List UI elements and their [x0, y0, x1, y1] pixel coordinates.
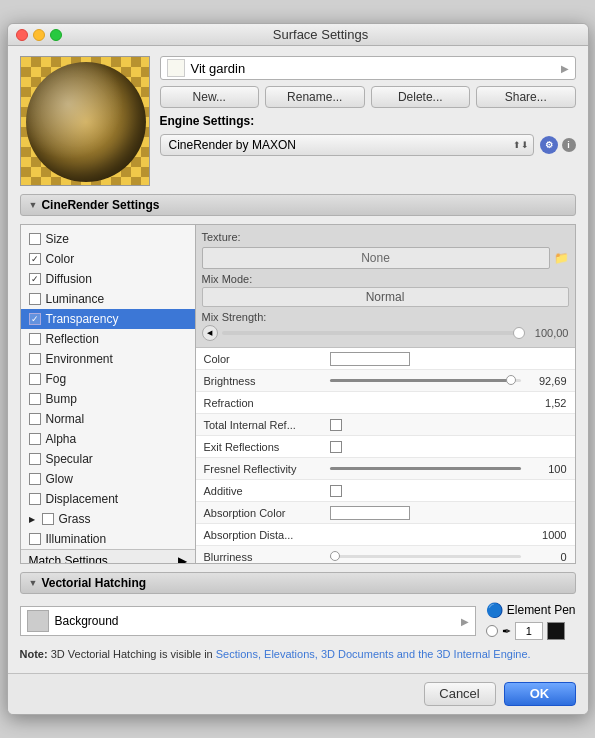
checkbox-additive[interactable] — [330, 485, 342, 497]
checkbox-environment[interactable] — [29, 353, 41, 365]
checkbox-reflection[interactable] — [29, 333, 41, 345]
list-item-illumination[interactable]: Illumination — [21, 529, 195, 549]
engine-select-arrows: ⬆⬇ — [513, 140, 529, 150]
checkbox-size[interactable] — [29, 233, 41, 245]
texture-none[interactable]: None — [202, 247, 550, 269]
hatching-background-selector[interactable]: Background ▶ — [20, 606, 476, 636]
prop-control-brightness — [330, 379, 521, 382]
pen-number-box[interactable]: 1 — [515, 622, 543, 640]
hatching-section-header[interactable]: ▼ Vectorial Hatching — [20, 572, 576, 594]
checkbox-bump[interactable] — [29, 393, 41, 405]
engine-select[interactable]: CineRender by MAXON ⬆⬇ — [160, 134, 534, 156]
list-item-displacement[interactable]: Displacement — [21, 489, 195, 509]
list-label-luminance: Luminance — [46, 292, 105, 306]
note-text: 3D Vectorial Hatching is visible in — [51, 648, 216, 660]
mix-strength-slider-circle[interactable]: ◀ — [202, 325, 218, 341]
list-item-size[interactable]: Size — [21, 229, 195, 249]
prop-slider-brightness[interactable] — [330, 379, 521, 382]
window-title: Surface Settings — [62, 27, 580, 42]
cancel-button[interactable]: Cancel — [424, 682, 496, 706]
material-name-arrow: ▶ — [561, 63, 569, 74]
list-item-grass[interactable]: ▶ Grass — [21, 509, 195, 529]
texture-folder-icon[interactable]: 📁 — [554, 251, 569, 265]
cinerender-section-header[interactable]: ▼ CineRender Settings — [20, 194, 576, 216]
checkbox-transparency[interactable] — [29, 313, 41, 325]
maximize-button[interactable] — [50, 29, 62, 41]
list-label-glow: Glow — [46, 472, 73, 486]
cinerender-section-label: CineRender Settings — [41, 198, 159, 212]
checkbox-exit-reflections[interactable] — [330, 441, 342, 453]
match-settings-row[interactable]: Match Settings... ▶ — [21, 549, 195, 563]
prop-row-blurriness: Blurriness 0 — [196, 546, 575, 563]
close-button[interactable] — [16, 29, 28, 41]
checkbox-glow[interactable] — [29, 473, 41, 485]
prop-name-refraction: Refraction — [200, 397, 330, 409]
checkbox-fog[interactable] — [29, 373, 41, 385]
prop-row-refraction: Refraction 1,52 — [196, 392, 575, 414]
engine-settings-icon[interactable]: ⚙ — [540, 136, 558, 154]
checkbox-displacement[interactable] — [29, 493, 41, 505]
delete-button[interactable]: Delete... — [371, 86, 471, 108]
hatching-section: Background ▶ 🔵 Element Pen ✒ 1 — [20, 602, 576, 663]
checkbox-total-internal[interactable] — [330, 419, 342, 431]
checkbox-specular[interactable] — [29, 453, 41, 465]
list-item-normal[interactable]: Normal — [21, 409, 195, 429]
hatching-panel: Background ▶ 🔵 Element Pen ✒ 1 — [20, 602, 576, 640]
list-item-specular[interactable]: Specular — [21, 449, 195, 469]
prop-absorption-color-swatch[interactable] — [330, 506, 410, 520]
properties-table: Color Brightness — [196, 348, 575, 563]
mix-strength-track[interactable] — [222, 331, 525, 335]
hatching-color-swatch[interactable] — [27, 610, 49, 632]
list-item-color[interactable]: Color — [21, 249, 195, 269]
ok-button[interactable]: OK — [504, 682, 576, 706]
list-item-environment[interactable]: Environment — [21, 349, 195, 369]
list-item-bump[interactable]: Bump — [21, 389, 195, 409]
prop-row-exit-reflections: Exit Reflections — [196, 436, 575, 458]
prop-row-absorption-color: Absorption Color — [196, 502, 575, 524]
engine-info-icon[interactable]: i — [562, 138, 576, 152]
pen-color-swatch[interactable] — [547, 622, 565, 640]
list-item-reflection[interactable]: Reflection — [21, 329, 195, 349]
element-pen-radio[interactable]: 🔵 — [486, 602, 503, 618]
share-button[interactable]: Share... — [476, 86, 576, 108]
prop-row-absorption-dist: Absorption Dista... 1000 — [196, 524, 575, 546]
checkbox-illumination[interactable] — [29, 533, 41, 545]
list-item-transparency[interactable]: Transparency — [21, 309, 195, 329]
minimize-button[interactable] — [33, 29, 45, 41]
list-item-diffusion[interactable]: Diffusion — [21, 269, 195, 289]
checkbox-diffusion[interactable] — [29, 273, 41, 285]
mix-strength-thumb[interactable] — [513, 327, 525, 339]
prop-slider-fresnel[interactable] — [330, 467, 521, 470]
note-link[interactable]: Sections, Elevations, 3D Documents and t… — [216, 648, 531, 660]
properties-list[interactable]: Size Color Diffusion Luminance — [21, 225, 196, 563]
list-label-alpha: Alpha — [46, 432, 77, 446]
prop-slider-thumb-brightness[interactable] — [506, 375, 516, 385]
prop-control-absorption-color — [330, 506, 571, 520]
pen-radio-empty[interactable] — [486, 625, 498, 637]
checkbox-grass[interactable] — [42, 513, 54, 525]
checkbox-luminance[interactable] — [29, 293, 41, 305]
list-item-fog[interactable]: Fog — [21, 369, 195, 389]
prop-color-swatch[interactable] — [330, 352, 410, 366]
list-item-luminance[interactable]: Luminance — [21, 289, 195, 309]
titlebar: Surface Settings — [8, 24, 588, 46]
texture-label: Texture: — [202, 231, 569, 243]
checkbox-color[interactable] — [29, 253, 41, 265]
prop-control-additive — [330, 485, 571, 497]
material-name-row[interactable]: Vit gardin ▶ — [160, 56, 576, 80]
new-button[interactable]: New... — [160, 86, 260, 108]
mix-mode-value[interactable]: Normal — [202, 287, 569, 307]
checkbox-alpha[interactable] — [29, 433, 41, 445]
preview-sphere — [26, 62, 146, 182]
mix-strength-slider-row: ◀ 100,00 — [202, 325, 569, 341]
pen-icon: ✒ — [502, 625, 511, 638]
prop-slider-blurriness[interactable] — [330, 555, 521, 558]
list-item-glow[interactable]: Glow — [21, 469, 195, 489]
checkbox-normal[interactable] — [29, 413, 41, 425]
prop-name-brightness: Brightness — [200, 375, 330, 387]
rename-button[interactable]: Rename... — [265, 86, 365, 108]
prop-name-exit-reflections: Exit Reflections — [200, 441, 330, 453]
prop-slider-thumb-blurriness[interactable] — [330, 551, 340, 561]
prop-value-absorption-dist: 1000 — [521, 529, 571, 541]
list-item-alpha[interactable]: Alpha — [21, 429, 195, 449]
